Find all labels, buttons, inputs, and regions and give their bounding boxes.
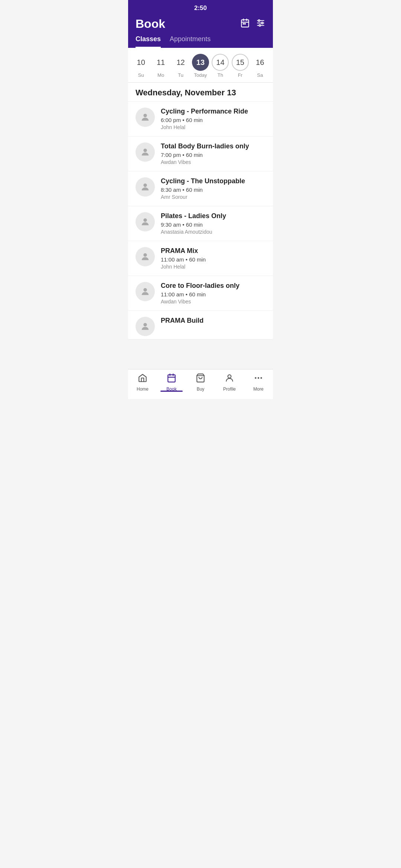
calendar-day-15[interactable]: 15 Fr xyxy=(232,54,249,78)
day-number-12: 12 xyxy=(172,54,189,71)
nav-more[interactable]: More xyxy=(244,373,273,392)
svg-point-4 xyxy=(243,23,244,24)
class-item-1[interactable]: Total Body Burn-ladies only 7:00 pm • 60… xyxy=(128,137,273,171)
svg-point-26 xyxy=(258,377,259,379)
avatar-5 xyxy=(136,282,155,301)
calendar-day-14[interactable]: 14 Th xyxy=(212,54,229,78)
class-name-1: Total Body Burn-ladies only xyxy=(161,142,265,150)
class-item-5[interactable]: Core to Floor-ladies only 11:00 am • 60 … xyxy=(128,276,273,311)
svg-point-16 xyxy=(143,253,147,257)
svg-point-12 xyxy=(143,114,147,117)
class-item-2[interactable]: Cycling - The Unstoppable 8:30 am • 60 m… xyxy=(128,171,273,206)
svg-point-15 xyxy=(143,218,147,222)
class-instructor-3: Anastasia Amoutzidou xyxy=(161,229,265,235)
svg-point-27 xyxy=(260,377,262,379)
filter-icon[interactable] xyxy=(256,18,265,30)
svg-point-13 xyxy=(143,149,147,152)
nav-active-indicator xyxy=(160,391,183,392)
svg-point-10 xyxy=(261,22,263,23)
class-time-4: 11:00 am • 60 min xyxy=(161,256,265,263)
day-label-15: Fr xyxy=(238,72,242,78)
day-label-13: Today xyxy=(194,72,207,78)
day-label-11: Mo xyxy=(157,72,164,78)
day-number-15: 15 xyxy=(232,54,249,71)
nav-buy-label: Buy xyxy=(197,387,205,392)
calendar-day-11[interactable]: 11 Mo xyxy=(152,54,169,78)
class-time-1: 7:00 pm • 60 min xyxy=(161,152,265,158)
avatar-4 xyxy=(136,247,155,266)
day-number-13: 13 xyxy=(192,54,209,71)
class-info-5: Core to Floor-ladies only 11:00 am • 60 … xyxy=(161,282,265,305)
date-heading: Wednesday, November 13 xyxy=(128,83,273,102)
svg-point-9 xyxy=(258,20,260,21)
nav-profile-label: Profile xyxy=(223,387,236,392)
day-number-11: 11 xyxy=(152,54,169,71)
class-name-4: PRAMA Mix xyxy=(161,247,265,255)
svg-point-18 xyxy=(143,323,147,326)
book-icon xyxy=(167,373,176,385)
calendar-day-13[interactable]: 13 Today xyxy=(192,54,209,78)
class-item-3[interactable]: Pilates - Ladies Only 9:30 am • 60 min A… xyxy=(128,206,273,241)
avatar-6 xyxy=(136,317,155,336)
class-instructor-1: Awdan Vibes xyxy=(161,159,265,165)
class-instructor-0: John Helal xyxy=(161,124,265,130)
nav-buy[interactable]: Buy xyxy=(186,373,215,392)
calendar-day-12[interactable]: 12 Tu xyxy=(172,54,189,78)
class-info-6: PRAMA Build xyxy=(161,317,265,326)
class-time-2: 8:30 am • 60 min xyxy=(161,187,265,193)
class-time-5: 11:00 am • 60 min xyxy=(161,291,265,297)
day-number-14: 14 xyxy=(212,54,229,71)
svg-point-17 xyxy=(143,288,147,292)
class-item-6[interactable]: PRAMA Build xyxy=(128,311,273,339)
bottom-nav: Home Book Buy xyxy=(128,369,273,399)
svg-point-24 xyxy=(228,375,231,378)
svg-rect-19 xyxy=(168,375,175,382)
class-info-1: Total Body Burn-ladies only 7:00 pm • 60… xyxy=(161,142,265,165)
class-time-0: 6:00 pm • 60 min xyxy=(161,117,265,123)
class-info-4: PRAMA Mix 11:00 am • 60 min John Helal xyxy=(161,247,265,270)
avatar-1 xyxy=(136,142,155,162)
class-time-3: 9:30 am • 60 min xyxy=(161,221,265,228)
day-number-10: 10 xyxy=(133,54,150,71)
calendar-day-16[interactable]: 16 Sa xyxy=(251,54,268,78)
avatar-0 xyxy=(136,108,155,127)
class-name-3: Pilates - Ladies Only xyxy=(161,212,265,220)
class-item-4[interactable]: PRAMA Mix 11:00 am • 60 min John Helal xyxy=(128,241,273,276)
tab-classes[interactable]: Classes xyxy=(136,35,161,48)
class-name-0: Cycling - Performance Ride xyxy=(161,108,265,115)
class-info-0: Cycling - Performance Ride 6:00 pm • 60 … xyxy=(161,108,265,130)
status-time: 2:50 xyxy=(194,4,207,11)
class-instructor-5: Awdan Vibes xyxy=(161,299,265,305)
class-info-3: Pilates - Ladies Only 9:30 am • 60 min A… xyxy=(161,212,265,235)
nav-home[interactable]: Home xyxy=(128,373,157,392)
header: Book xyxy=(128,14,273,31)
class-item-0[interactable]: Cycling - Performance Ride 6:00 pm • 60 … xyxy=(128,102,273,137)
class-instructor-4: John Helal xyxy=(161,264,265,270)
day-label-16: Sa xyxy=(257,72,263,78)
calendar-day-10[interactable]: 10 Su xyxy=(133,54,150,78)
tab-bar: Classes Appointments xyxy=(128,31,273,48)
day-label-12: Tu xyxy=(178,72,183,78)
class-name-6: PRAMA Build xyxy=(161,317,265,325)
tab-appointments[interactable]: Appointments xyxy=(170,35,211,48)
calendar-icon[interactable] xyxy=(240,18,250,30)
class-name-2: Cycling - The Unstoppable xyxy=(161,177,265,185)
svg-point-11 xyxy=(259,24,261,26)
class-info-2: Cycling - The Unstoppable 8:30 am • 60 m… xyxy=(161,177,265,200)
day-label-14: Th xyxy=(218,72,223,78)
nav-book[interactable]: Book xyxy=(157,373,186,392)
nav-more-label: More xyxy=(253,387,263,392)
svg-point-25 xyxy=(255,377,256,379)
home-icon xyxy=(138,373,147,385)
avatar-2 xyxy=(136,177,155,197)
svg-point-14 xyxy=(143,184,147,187)
avatar-3 xyxy=(136,212,155,231)
more-icon xyxy=(254,373,263,385)
class-instructor-2: Amr Sorour xyxy=(161,194,265,200)
class-name-5: Core to Floor-ladies only xyxy=(161,282,265,290)
nav-home-label: Home xyxy=(137,387,149,392)
buy-icon xyxy=(196,373,205,385)
class-list: Cycling - Performance Ride 6:00 pm • 60 … xyxy=(128,102,273,339)
calendar-strip: 10 Su 11 Mo 12 Tu 13 Today 14 Th 15 Fr 1… xyxy=(128,48,273,83)
nav-profile[interactable]: Profile xyxy=(215,373,244,392)
